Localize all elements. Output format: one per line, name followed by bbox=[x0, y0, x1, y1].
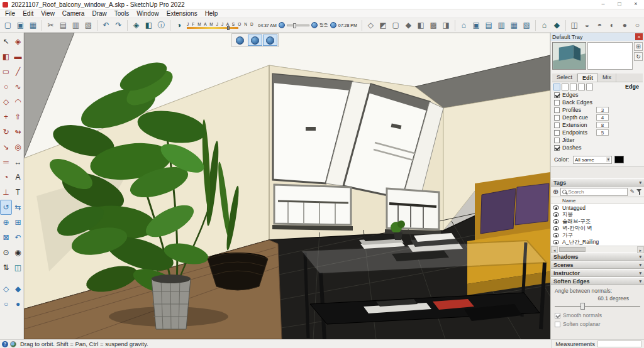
camera-button[interactable]: ○ bbox=[631, 19, 643, 31]
shaded-style-button[interactable]: ◧ bbox=[415, 19, 427, 31]
hidden-line-style-button[interactable]: ◆ bbox=[402, 19, 414, 31]
help-icon[interactable]: ? bbox=[2, 341, 8, 347]
visibility-eye-icon[interactable] bbox=[553, 226, 559, 231]
profiles-checkbox[interactable] bbox=[554, 107, 560, 113]
face-settings-icon[interactable] bbox=[562, 84, 569, 90]
scroll-left-icon[interactable]: ◂ bbox=[551, 246, 558, 253]
back-edges-checkbox[interactable] bbox=[554, 100, 560, 106]
perspective-button[interactable]: ● bbox=[619, 19, 631, 31]
watermark-settings-icon[interactable] bbox=[578, 84, 585, 90]
background-settings-icon[interactable] bbox=[570, 84, 577, 90]
shaded-textures-style-button[interactable]: ▩ bbox=[428, 19, 440, 31]
visibility-eye-icon[interactable] bbox=[553, 233, 559, 237]
new-file-button[interactable]: ▢ bbox=[2, 19, 14, 31]
edge-settings-icon[interactable] bbox=[553, 84, 560, 90]
date-slider-thumb[interactable] bbox=[227, 26, 230, 30]
shadows-toggle-button[interactable]: ◑ bbox=[173, 19, 185, 31]
tag-row[interactable]: 벽-칸막이 벽 bbox=[551, 225, 644, 232]
tag-row[interactable]: 지붕 bbox=[551, 211, 644, 218]
rectangle-tool[interactable]: ▭ bbox=[0, 64, 12, 79]
chevron-down-icon[interactable]: ▾ bbox=[639, 254, 641, 259]
polygon-tool[interactable]: ◇ bbox=[0, 94, 12, 109]
soften-edges-section-header[interactable]: Soften Edges ▾ bbox=[551, 277, 644, 285]
overlay-tool-button-1[interactable] bbox=[233, 35, 247, 46]
left-view-button[interactable]: ▧ bbox=[521, 19, 533, 31]
scenes-section-header[interactable]: Scenes ▾ bbox=[551, 261, 644, 269]
back-view-button[interactable]: ▦ bbox=[508, 19, 520, 31]
tag-search-box[interactable] bbox=[560, 188, 628, 196]
chevron-down-icon[interactable]: ▾ bbox=[606, 157, 610, 162]
menu-draw[interactable]: Draw bbox=[88, 9, 110, 18]
tag-row-untagged[interactable]: Untagged bbox=[551, 204, 644, 211]
jitter-checkbox[interactable] bbox=[554, 138, 560, 143]
position-camera-tool[interactable]: ⊙ bbox=[0, 245, 12, 260]
visibility-eye-icon[interactable] bbox=[553, 219, 559, 224]
extension-checkbox[interactable] bbox=[554, 122, 560, 128]
zoom-tool[interactable]: ⊕ bbox=[0, 215, 12, 230]
extension-value-field[interactable]: 8 bbox=[596, 122, 609, 128]
xray-toggle-button[interactable]: ◐ bbox=[606, 19, 618, 31]
menu-file[interactable]: File bbox=[1, 9, 19, 18]
endpoints-checkbox[interactable] bbox=[554, 130, 560, 136]
push-pull-tool[interactable]: ⇧ bbox=[12, 109, 24, 124]
right-view-button[interactable]: ▥ bbox=[496, 19, 508, 31]
visibility-eye-icon[interactable] bbox=[553, 205, 559, 210]
chevron-down-icon[interactable]: ▾ bbox=[639, 271, 641, 276]
plugin-tool-2[interactable]: ◆ bbox=[12, 281, 24, 296]
save-button[interactable]: ▦ bbox=[27, 19, 39, 31]
copy-button[interactable]: ▤ bbox=[57, 19, 69, 31]
menu-window[interactable]: Window bbox=[133, 9, 163, 18]
section-plane-button[interactable]: ◫ bbox=[569, 19, 580, 31]
section-fill-button[interactable]: ◓ bbox=[594, 19, 606, 31]
orbit-tool[interactable]: ↺ bbox=[0, 200, 12, 215]
noon-clock-icon[interactable] bbox=[311, 22, 318, 28]
previous-view-tool[interactable]: ↶ bbox=[12, 230, 24, 245]
basket-pot[interactable] bbox=[208, 253, 268, 290]
edit-tag-icon[interactable]: ✎ bbox=[630, 188, 635, 195]
tab-mix[interactable]: Mix bbox=[598, 73, 616, 82]
add-tag-button[interactable]: ⊕ bbox=[553, 188, 558, 196]
style-preview-thumbnail[interactable] bbox=[552, 42, 586, 70]
tag-row[interactable]: 슬래브-구조 bbox=[551, 218, 644, 225]
balcony-window-left[interactable] bbox=[272, 185, 353, 231]
depth-cue-value-field[interactable]: 4 bbox=[596, 114, 609, 121]
plugin-tool-1[interactable]: ◇ bbox=[0, 281, 12, 296]
3d-scene[interactable] bbox=[24, 33, 550, 339]
erase-button[interactable]: ▧ bbox=[82, 19, 94, 31]
tape-measure-tool[interactable]: ═ bbox=[0, 155, 12, 170]
extension-warehouse-button[interactable]: ◆ bbox=[551, 19, 563, 31]
select-tool[interactable]: ↖ bbox=[0, 34, 12, 49]
tags-section-header[interactable]: Tags ▾ bbox=[551, 178, 644, 187]
menu-extensions[interactable]: Extensions bbox=[163, 9, 201, 18]
arc-tool[interactable]: ◠ bbox=[12, 94, 24, 109]
make-component-tool[interactable]: ◈ bbox=[12, 34, 24, 49]
sunset-clock-icon[interactable] bbox=[330, 22, 336, 28]
menu-help[interactable]: Help bbox=[201, 9, 222, 18]
zoom-window-tool[interactable]: ⊞ bbox=[12, 215, 24, 230]
refresh-style-icon[interactable]: ↻ bbox=[634, 52, 643, 61]
undo-button[interactable]: ↶ bbox=[100, 19, 112, 31]
protractor-tool[interactable]: ◔ bbox=[0, 170, 12, 185]
edges-checkbox[interactable] bbox=[554, 92, 560, 98]
dimension-tool[interactable]: ↔ bbox=[12, 155, 24, 170]
tag-search-input[interactable] bbox=[568, 189, 626, 195]
date-slider-track[interactable] bbox=[187, 27, 238, 29]
angle-slider-track[interactable] bbox=[555, 306, 640, 307]
menu-view[interactable]: View bbox=[37, 9, 58, 18]
model-viewport[interactable] bbox=[24, 33, 550, 339]
scrollbar-track[interactable] bbox=[558, 246, 637, 253]
dashes-checkbox[interactable] bbox=[554, 145, 560, 151]
shadow-date-slider[interactable]: J F M A M J J A S O N D bbox=[187, 22, 254, 29]
plugin-tool-3[interactable]: ○ bbox=[0, 296, 12, 312]
sofa[interactable] bbox=[467, 172, 550, 295]
redo-button[interactable]: ↷ bbox=[113, 19, 125, 31]
follow-me-tool[interactable]: ↬ bbox=[12, 124, 24, 139]
tray-close-button[interactable]: × bbox=[635, 33, 643, 40]
make-component-button[interactable]: ◈ bbox=[130, 19, 142, 31]
tab-select[interactable]: Select bbox=[552, 73, 577, 82]
back-edges-style-button[interactable]: ◩ bbox=[377, 19, 389, 31]
tab-edit[interactable]: Edit bbox=[577, 73, 598, 82]
axes-tool[interactable]: ⊥ bbox=[0, 185, 12, 200]
text-tool[interactable]: A bbox=[12, 170, 24, 185]
time-slider-track[interactable] bbox=[287, 24, 309, 26]
